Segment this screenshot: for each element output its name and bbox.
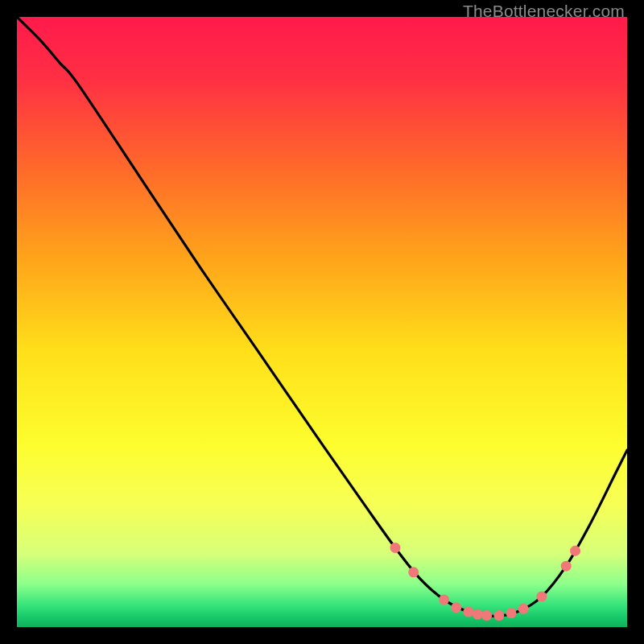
data-point-marker bbox=[561, 561, 572, 572]
data-point-marker bbox=[463, 607, 473, 617]
data-point-marker bbox=[506, 608, 516, 618]
data-point-marker bbox=[518, 604, 529, 614]
data-point-marker bbox=[390, 543, 400, 553]
chart-svg bbox=[17, 17, 627, 627]
data-point-marker bbox=[493, 610, 504, 621]
data-point-marker bbox=[536, 592, 547, 602]
data-point-marker bbox=[570, 546, 580, 556]
attribution-label: TheBottlenecker.com bbox=[463, 2, 625, 21]
data-point-marker bbox=[473, 609, 483, 620]
data-point-marker bbox=[481, 610, 492, 621]
gradient-background bbox=[17, 17, 627, 627]
data-point-marker bbox=[451, 602, 461, 613]
data-point-marker bbox=[408, 567, 419, 577]
data-point-marker bbox=[439, 594, 449, 605]
